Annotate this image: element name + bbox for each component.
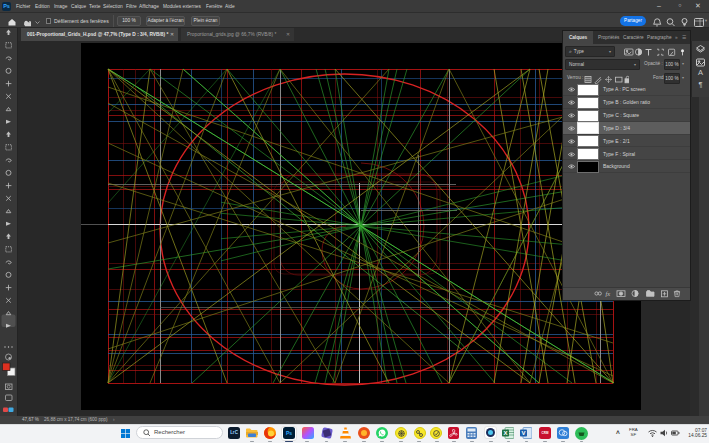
svg-text:V: V: [521, 430, 525, 436]
svg-text:fx: fx: [606, 290, 611, 297]
svg-text:X: X: [503, 430, 507, 436]
svg-text:¶: ¶: [698, 80, 702, 89]
svg-text:A: A: [698, 68, 703, 77]
